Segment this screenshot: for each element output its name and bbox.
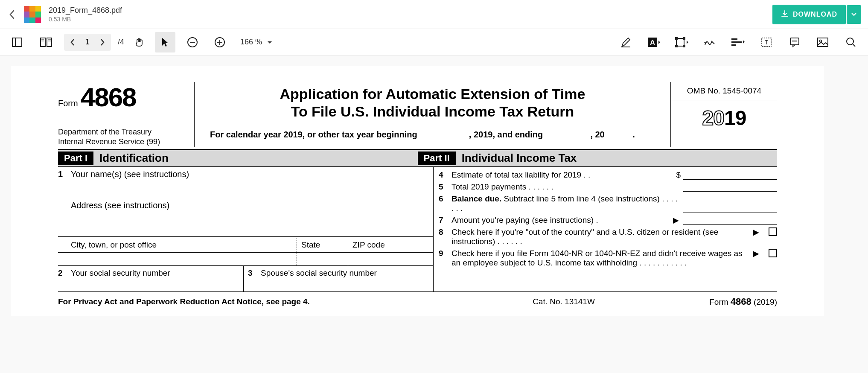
city-label: City, town, or post office bbox=[58, 238, 297, 252]
page-input[interactable] bbox=[80, 38, 95, 47]
hand-tool-button[interactable] bbox=[129, 32, 150, 52]
line7-num: 7 bbox=[439, 216, 451, 225]
line5-text: Total 2019 payments . . . . . . bbox=[451, 182, 683, 192]
footer-catalog: Cat. No. 13141W bbox=[478, 297, 649, 306]
svg-rect-5 bbox=[35, 12, 41, 17]
page-view-button[interactable] bbox=[36, 32, 56, 52]
image-tool-button[interactable] bbox=[813, 32, 833, 52]
line3-text: Spouse's social security number bbox=[261, 268, 377, 278]
select-tool-button[interactable] bbox=[155, 32, 175, 52]
download-button[interactable]: DOWNLOAD bbox=[772, 5, 846, 24]
arrow-icon: ▶ bbox=[753, 249, 759, 258]
line7-amount[interactable] bbox=[683, 216, 777, 225]
zip-label: ZIP code bbox=[348, 238, 433, 252]
address-field[interactable] bbox=[58, 213, 433, 237]
redact-tool-button[interactable] bbox=[728, 32, 749, 52]
pdf-viewer[interactable]: Form 4868 Department of the Treasury Int… bbox=[0, 55, 868, 373]
file-info: 2019_Form_4868.pdf 0.53 MB bbox=[49, 6, 772, 23]
part1-title: Identification bbox=[99, 152, 169, 165]
note-tool-button[interactable] bbox=[784, 32, 805, 52]
line2-num: 2 bbox=[58, 268, 71, 278]
shape-tool-button[interactable] bbox=[672, 32, 692, 52]
state-field[interactable] bbox=[297, 253, 348, 265]
part2-label: Part II bbox=[418, 152, 456, 165]
text-highlight-button[interactable]: A bbox=[644, 32, 664, 52]
line5-num: 5 bbox=[439, 182, 451, 192]
app-header: 2019_Form_4868.pdf 0.53 MB DOWNLOAD bbox=[0, 0, 868, 29]
dept-line-1: Department of the Treasury bbox=[58, 127, 189, 137]
line1-text: Your name(s) (see instructions) bbox=[71, 169, 433, 179]
zoom-level: 166 % bbox=[240, 38, 262, 47]
name-field[interactable] bbox=[58, 182, 433, 197]
signature-tool-button[interactable] bbox=[700, 32, 720, 52]
line6-amount[interactable] bbox=[683, 204, 777, 213]
cal-year-pre: For calendar year 2019, or other tax yea… bbox=[210, 130, 417, 139]
line4-amount[interactable] bbox=[683, 170, 777, 180]
file-name: 2019_Form_4868.pdf bbox=[49, 6, 772, 15]
parts-header: Part I Identification Part II Individual… bbox=[58, 150, 777, 167]
svg-rect-1 bbox=[29, 6, 35, 12]
spouse-ssn-field[interactable] bbox=[243, 280, 433, 291]
search-button[interactable] bbox=[841, 32, 861, 52]
svg-rect-2 bbox=[35, 6, 41, 12]
pen-tool-button[interactable] bbox=[615, 32, 636, 52]
svg-rect-11 bbox=[41, 38, 45, 47]
footer-notice: For Privacy Act and Paperwork Reduction … bbox=[58, 297, 478, 306]
form-header: Form 4868 Department of the Treasury Int… bbox=[58, 82, 777, 150]
line5-amount[interactable] bbox=[683, 182, 777, 192]
svg-point-40 bbox=[820, 40, 822, 42]
download-label: DOWNLOAD bbox=[793, 11, 837, 18]
svg-rect-9 bbox=[12, 38, 22, 47]
line6-num: 6 bbox=[439, 194, 451, 204]
file-size: 0.53 MB bbox=[49, 16, 772, 23]
line8-checkbox[interactable] bbox=[769, 227, 777, 236]
city-field[interactable] bbox=[58, 253, 297, 265]
cal-year-end: , 20 bbox=[590, 130, 604, 139]
svg-rect-33 bbox=[731, 44, 736, 46]
form-label: Form bbox=[58, 99, 78, 108]
svg-text:T: T bbox=[765, 39, 769, 46]
svg-rect-28 bbox=[675, 45, 678, 47]
ssn-field[interactable] bbox=[58, 280, 243, 291]
page-total: /4 bbox=[118, 38, 124, 47]
back-button[interactable] bbox=[7, 9, 17, 20]
svg-rect-7 bbox=[29, 17, 35, 23]
part2-title: Individual Income Tax bbox=[462, 152, 577, 165]
svg-rect-0 bbox=[24, 6, 29, 12]
svg-line-42 bbox=[853, 44, 855, 47]
sidebar-toggle-button[interactable] bbox=[7, 32, 27, 52]
form-footer: For Privacy Act and Paperwork Reduction … bbox=[58, 291, 777, 307]
omb-number: OMB No. 1545-0074 bbox=[671, 82, 777, 100]
zoom-in-button[interactable] bbox=[210, 32, 230, 52]
line9-checkbox[interactable] bbox=[769, 249, 777, 257]
text-box-button[interactable]: T bbox=[756, 32, 777, 52]
next-page-button[interactable] bbox=[95, 35, 110, 50]
zoom-dropdown[interactable] bbox=[267, 38, 272, 46]
footer-form-ref: Form 4868 (2019) bbox=[649, 296, 777, 307]
line8-text: Check here if you're "out of the country… bbox=[451, 227, 749, 246]
line8-num: 8 bbox=[439, 227, 451, 237]
svg-rect-8 bbox=[35, 17, 41, 23]
app-logo bbox=[24, 6, 41, 23]
svg-point-41 bbox=[847, 38, 853, 45]
svg-rect-36 bbox=[790, 38, 799, 45]
zoom-out-button[interactable] bbox=[182, 32, 203, 52]
prev-page-button[interactable] bbox=[65, 35, 80, 50]
svg-rect-4 bbox=[29, 12, 35, 17]
form-title-2: To File U.S. Individual Income Tax Retur… bbox=[203, 103, 662, 120]
line6-text: Balance due. Subtract line 5 from line 4… bbox=[451, 194, 683, 213]
tax-year: 2019 bbox=[671, 100, 777, 136]
svg-rect-26 bbox=[675, 37, 678, 40]
svg-rect-31 bbox=[731, 38, 737, 40]
svg-rect-12 bbox=[47, 38, 52, 47]
part1-label: Part I bbox=[58, 152, 93, 165]
pdf-page: Form 4868 Department of the Treasury Int… bbox=[11, 66, 824, 316]
svg-rect-27 bbox=[683, 37, 685, 40]
zip-field[interactable] bbox=[348, 253, 433, 265]
dollar-sign: $ bbox=[676, 170, 681, 180]
line3-num: 3 bbox=[248, 268, 261, 278]
svg-text:A: A bbox=[650, 39, 655, 46]
svg-rect-29 bbox=[683, 45, 685, 47]
state-label: State bbox=[297, 238, 348, 252]
download-dropdown[interactable] bbox=[847, 5, 861, 24]
